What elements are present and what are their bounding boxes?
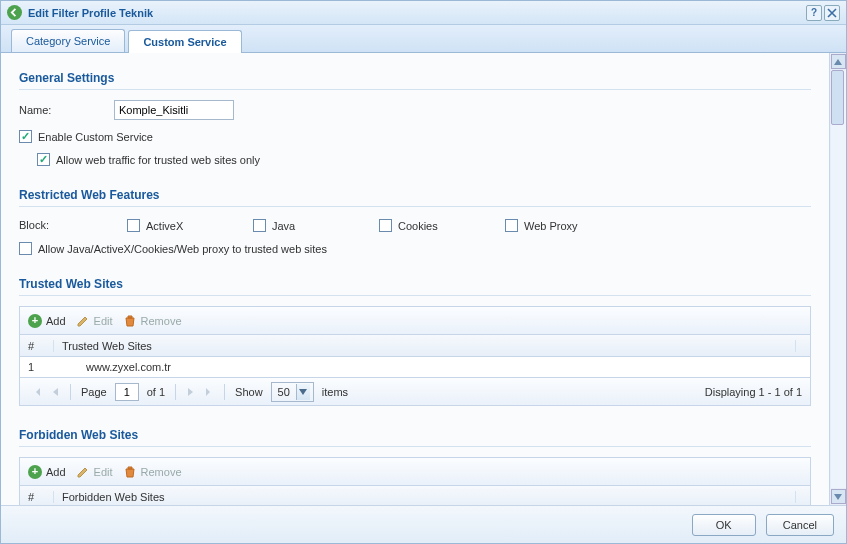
trash-icon [123,314,137,328]
forbidden-edit-label: Edit [94,466,113,478]
trusted-table: + Add Edit Remove [19,306,811,406]
trusted-table-header: # Trusted Web Sites [20,335,810,357]
trusted-row-idx: 1 [20,361,54,373]
scroll-track[interactable] [831,70,846,488]
forbidden-remove-button[interactable]: Remove [123,465,182,479]
forbidden-remove-label: Remove [141,466,182,478]
pager-pagesize-value: 50 [278,386,290,398]
trusted-edit-label: Edit [94,315,113,327]
chevron-down-icon [296,384,310,400]
title-bar: Edit Filter Profile Teknik ? [1,1,846,25]
trusted-add-button[interactable]: + Add [28,314,66,328]
trusted-edit-button[interactable]: Edit [76,314,113,328]
forbidden-add-label: Add [46,466,66,478]
allow-to-trusted-checkbox[interactable] [19,242,32,255]
allow-trusted-only-checkbox[interactable] [37,153,50,166]
forbidden-table-header: # Forbidden Web Sites [20,486,810,505]
content-scroll-area: General Settings Name: Enable Custom Ser… [1,53,829,505]
pager-page-label: Page [81,386,107,398]
block-webproxy-checkbox[interactable] [505,219,518,232]
pager-page-input[interactable] [115,383,139,401]
name-label: Name: [19,104,114,116]
dialog-body: General Settings Name: Enable Custom Ser… [1,53,846,505]
block-webproxy-label: Web Proxy [524,220,578,232]
section-trusted-web-sites: Trusted Web Sites [19,277,811,296]
enable-custom-service-checkbox[interactable] [19,130,32,143]
pager-last-button[interactable] [200,383,218,401]
trusted-col-name[interactable]: Trusted Web Sites [54,340,796,352]
allow-to-trusted-label: Allow Java/ActiveX/Cookies/Web proxy to … [38,243,327,255]
name-input[interactable] [114,100,234,120]
block-cookies-checkbox[interactable] [379,219,392,232]
pager-next-button[interactable] [182,383,200,401]
trusted-remove-button[interactable]: Remove [123,314,182,328]
pager-show-label: Show [235,386,263,398]
add-icon: + [28,314,42,328]
allow-to-trusted-row: Allow Java/ActiveX/Cookies/Web proxy to … [19,242,811,255]
enable-custom-service-row: Enable Custom Service [19,130,811,143]
trusted-add-label: Add [46,315,66,327]
allow-trusted-only-row: Allow web traffic for trusted web sites … [19,153,811,166]
pager-first-button[interactable] [28,383,46,401]
pager-items-label: items [322,386,348,398]
block-label: Block: [19,219,127,232]
tab-category-service[interactable]: Category Service [11,29,125,52]
scroll-up-button[interactable] [831,54,846,69]
forbidden-col-name[interactable]: Forbidden Web Sites [54,491,796,503]
block-cookies-label: Cookies [398,220,438,232]
forbidden-add-button[interactable]: + Add [28,465,66,479]
pager-pagesize-select[interactable]: 50 [271,382,314,402]
ok-button[interactable]: OK [692,514,756,536]
block-activex-label: ActiveX [146,220,183,232]
trusted-col-idx[interactable]: # [20,340,54,352]
trusted-toolbar: + Add Edit Remove [20,307,810,335]
allow-trusted-only-label: Allow web traffic for trusted web sites … [56,154,260,166]
forbidden-table: + Add Edit Remove [19,457,811,505]
add-icon: + [28,465,42,479]
help-icon[interactable]: ? [806,5,822,21]
cancel-button[interactable]: Cancel [766,514,834,536]
forbidden-edit-button[interactable]: Edit [76,465,113,479]
dialog-title: Edit Filter Profile Teknik [28,7,804,19]
pager-display-text: Displaying 1 - 1 of 1 [705,386,802,398]
trusted-pager: Page of 1 Show 50 items [20,377,810,405]
trusted-remove-label: Remove [141,315,182,327]
forbidden-toolbar: + Add Edit Remove [20,458,810,486]
table-row[interactable]: 1 www.zyxel.com.tr [20,357,810,377]
pager-prev-button[interactable] [46,383,64,401]
scroll-down-button[interactable] [831,489,846,504]
tab-custom-service[interactable]: Custom Service [128,30,241,53]
block-java-checkbox[interactable] [253,219,266,232]
name-row: Name: [19,100,811,120]
enable-custom-service-label: Enable Custom Service [38,131,153,143]
section-forbidden-web-sites: Forbidden Web Sites [19,428,811,447]
trusted-row-site: www.zyxel.com.tr [54,361,810,373]
block-activex-checkbox[interactable] [127,219,140,232]
edit-icon [76,314,90,328]
trash-icon [123,465,137,479]
block-java-label: Java [272,220,295,232]
section-general-settings: General Settings [19,71,811,90]
section-restricted-web-features: Restricted Web Features [19,188,811,207]
edit-icon [76,465,90,479]
vertical-scrollbar[interactable] [829,53,846,505]
scroll-thumb[interactable] [831,70,844,125]
pager-of-label: of 1 [147,386,165,398]
tab-strip: Category Service Custom Service [1,25,846,53]
dialog-footer: OK Cancel [1,505,846,543]
close-icon[interactable] [824,5,840,21]
forbidden-col-idx[interactable]: # [20,491,54,503]
block-row: Block: ActiveX Java Cookies Web Proxy [19,219,811,232]
back-icon[interactable] [7,5,22,20]
dialog-window: Edit Filter Profile Teknik ? Category Se… [0,0,847,544]
